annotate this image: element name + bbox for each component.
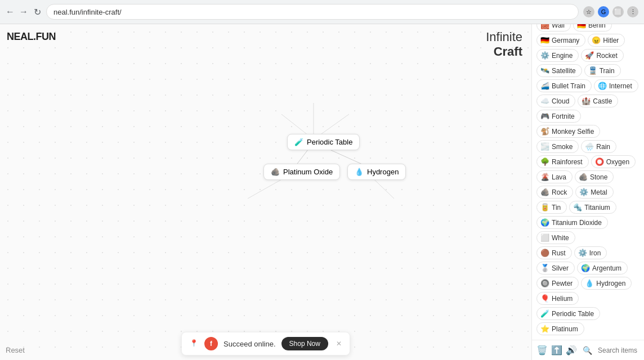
list-item[interactable]: 🔩Titanium (569, 201, 616, 214)
item-emoji: 🪨 (579, 173, 588, 181)
list-item[interactable]: 🟤Rust (536, 246, 572, 259)
item-emoji: 🌍 (581, 264, 590, 272)
ad-tracking-icon: 📍 (190, 339, 199, 348)
item-emoji: 💧 (585, 279, 594, 287)
item-emoji: ⭐ (540, 325, 549, 333)
list-item[interactable]: ⬜White (536, 231, 575, 244)
list-item[interactable]: ⭕Oxygen (591, 155, 636, 168)
search-icon: 🔍 (583, 346, 592, 355)
ad-banner: 📍 f Succeed online. Shop Now ✕ (181, 332, 350, 356)
back-button[interactable]: ← (6, 7, 15, 16)
item-label: Satellite (552, 67, 576, 75)
list-item[interactable]: ⚙️Engine (536, 49, 579, 62)
search-input[interactable] (598, 346, 644, 354)
trash-icon[interactable]: 🗑️ (536, 345, 548, 356)
platinum-oxide-emoji: 🪨 (271, 168, 280, 176)
app-title: NEAL.FUN (7, 31, 56, 43)
item-label: Metal (591, 188, 607, 196)
list-item[interactable]: ⭐Platinum (536, 322, 584, 335)
item-emoji: 🥫 (540, 203, 549, 212)
list-item[interactable]: 💧Hydrogen (581, 277, 632, 290)
list-item[interactable]: 🌳Rainforest (536, 155, 589, 168)
forward-button[interactable]: → (19, 7, 28, 16)
list-item[interactable]: 🧪Periodic Table (536, 307, 600, 320)
item-label: Wall (552, 24, 565, 29)
hydrogen-canvas-emoji: 💧 (355, 168, 364, 176)
items-row: 🛰️Satellite🚆Train (535, 63, 641, 78)
list-item[interactable]: ⚙️Metal (575, 186, 613, 199)
item-label: Rainforest (552, 158, 583, 166)
list-item[interactable]: 🧱Wall (536, 24, 571, 32)
item-label: Bullet Train (552, 82, 585, 90)
share-icon[interactable]: ⬆️ (551, 345, 562, 356)
profile-icon[interactable]: G (598, 6, 609, 17)
list-item[interactable]: 🥫Tin (536, 201, 567, 214)
item-label: Helium (552, 295, 573, 303)
item-emoji: 🌧️ (585, 142, 594, 151)
item-label: Titanium (584, 204, 610, 212)
item-label: Castle (593, 97, 612, 105)
list-item[interactable]: 🌋Lava (536, 170, 573, 183)
items-row: 🌍Titanium Dioxide⬜White (535, 215, 641, 245)
item-label: Titanium Dioxide (552, 219, 602, 227)
items-row: ⚙️Engine🚀Rocket (535, 48, 641, 63)
items-row: 🥫Tin🔩Titanium (535, 200, 641, 215)
item-label: Lava (552, 173, 566, 181)
item-label: Iron (589, 249, 601, 257)
items-row: 🥈Silver🌍Argentum (535, 260, 641, 276)
item-emoji: 🟤 (540, 249, 549, 257)
element-periodic-table[interactable]: 🧪 Periodic Table (287, 134, 360, 150)
item-emoji: 🌋 (540, 173, 549, 181)
item-label: Platinum (552, 325, 578, 333)
list-item[interactable]: 🛰️Satellite (536, 64, 582, 77)
item-emoji: 🌳 (540, 158, 549, 166)
item-label: Stone (590, 173, 607, 181)
item-emoji: ⬜ (540, 233, 549, 242)
list-item[interactable]: ⚙️Iron (574, 246, 607, 259)
list-item[interactable]: 😠Hitler (588, 34, 625, 47)
list-item[interactable]: 🐒Monkey Selfie (536, 125, 600, 138)
items-row: 🌳Rainforest⭕Oxygen (535, 154, 641, 169)
list-item[interactable]: 🪨Stone (575, 170, 614, 183)
list-item[interactable]: 🚆Train (584, 64, 621, 77)
list-item[interactable]: 🏰Castle (578, 94, 618, 107)
list-item[interactable]: 🌍Titanium Dioxide (536, 216, 608, 229)
list-item[interactable]: 🚄Bullet Train (536, 79, 592, 92)
item-label: Oxygen (606, 158, 629, 166)
element-platinum-oxide[interactable]: 🪨 Platinum Oxide (263, 164, 340, 180)
list-item[interactable]: 🎈Helium (536, 292, 579, 305)
ad-close-button[interactable]: ✕ (336, 340, 342, 348)
list-item[interactable]: 🌧️Rain (581, 140, 616, 153)
list-item[interactable]: 🚀Rocket (581, 49, 623, 62)
item-label: Rock (552, 188, 567, 196)
item-emoji: 🐒 (540, 127, 549, 136)
item-emoji: 🎮 (540, 112, 549, 120)
settings-icon[interactable]: ⋮ (627, 6, 638, 17)
list-item[interactable]: 🌫️Smoke (536, 140, 579, 153)
item-label: Smoke (552, 143, 573, 151)
sound-icon[interactable]: 🔊 (566, 345, 577, 356)
item-emoji: 🌐 (598, 82, 607, 90)
list-item[interactable]: 🇩🇪Germany (536, 34, 585, 47)
list-item[interactable]: 🌍Argentum (577, 262, 628, 274)
item-emoji: ⚙️ (579, 188, 588, 196)
list-item[interactable]: 🌐Internet (594, 79, 638, 92)
list-item[interactable]: 🇩🇪Berlin (573, 24, 612, 32)
extension-icon[interactable]: ⬜ (612, 6, 624, 17)
reset-button[interactable]: Reset (6, 346, 25, 354)
refresh-button[interactable]: ↻ (33, 7, 42, 16)
list-item[interactable]: 🎮Fortnite (536, 110, 581, 123)
list-item[interactable]: ☁️Cloud (536, 94, 575, 107)
item-emoji: 🚄 (540, 82, 549, 90)
item-label: Germany (552, 37, 579, 44)
list-item[interactable]: 🪨Rock (536, 186, 573, 199)
item-label: Rocket (596, 52, 617, 60)
star-icon[interactable]: ☆ (583, 6, 594, 17)
list-item[interactable]: 🥈Silver (536, 262, 575, 274)
items-row: 🚄Bullet Train🌐Internet (535, 78, 641, 93)
ad-logo: f (204, 337, 218, 350)
list-item[interactable]: 🔘Pewter (536, 277, 579, 290)
shop-now-button[interactable]: Shop Now (281, 337, 328, 350)
address-bar[interactable]: neal.fun/infinite-craft/ (46, 4, 579, 20)
element-hydrogen[interactable]: 💧 Hydrogen (347, 164, 406, 180)
